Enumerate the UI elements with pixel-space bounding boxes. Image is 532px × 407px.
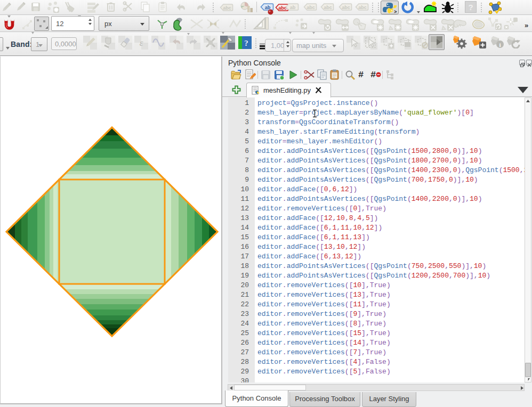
svg-text:abc: abc [324,5,332,10]
svg-text:?: ? [244,39,248,47]
svg-text:abc: abc [307,5,315,10]
svg-text:>: > [394,10,397,14]
svg-text:abc: abc [223,5,231,11]
svg-text:ab: ab [290,5,296,10]
svg-text:i: i [499,42,501,48]
svg-text:abc: abc [358,5,367,10]
svg-text:ε: ε [140,38,143,48]
svg-text:abc: abc [342,5,350,10]
